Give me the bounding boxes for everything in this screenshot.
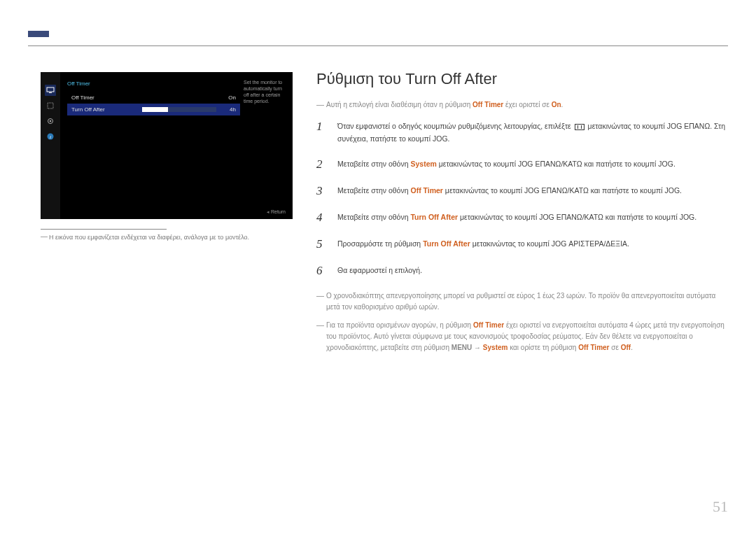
step-3: 3 Μεταβείτε στην οθόνη Off Timer μετακιν… bbox=[316, 184, 728, 198]
osd-row-label: Off Timer bbox=[71, 94, 138, 101]
osd-description: Set the monitor to automatically turn of… bbox=[244, 79, 288, 104]
osd-title: Off Timer bbox=[67, 80, 90, 87]
page-number: 51 bbox=[713, 498, 728, 516]
footnote-1: Ο χρονοδιακόπτης απενεργοποίησης μπορεί … bbox=[316, 290, 728, 313]
svg-rect-2 bbox=[48, 103, 53, 108]
osd-sidebar: i bbox=[41, 72, 60, 219]
osd-row-label: Turn Off After bbox=[71, 106, 138, 113]
info-icon: i bbox=[45, 131, 56, 142]
step-4: 4 Μεταβείτε στην οθόνη Turn Off After με… bbox=[316, 211, 728, 225]
availability-note: Αυτή η επιλογή είναι διαθέσιμη όταν η ρύ… bbox=[316, 101, 728, 108]
screenshot-caption: Η εικόνα που εμφανίζεται ενδέχεται να δι… bbox=[41, 234, 293, 241]
osd-row-value: 4h bbox=[220, 106, 236, 113]
main-content: Ρύθμιση του Turn Off After Αυτή η επιλογ… bbox=[316, 70, 728, 360]
svg-rect-1 bbox=[49, 92, 52, 93]
page-title: Ρύθμιση του Turn Off After bbox=[316, 70, 728, 88]
steps-list: 1 Όταν εμφανιστεί ο οδηγός κουμπιών ρυθμ… bbox=[316, 120, 728, 278]
osd-row-turn-off-after: Turn Off After 4h bbox=[67, 104, 240, 115]
step-6: 6 Θα εφαρμοστεί η επιλογή. bbox=[316, 264, 728, 278]
header-rule bbox=[28, 45, 728, 46]
caption-rule bbox=[41, 229, 167, 230]
footnote-2: Για τα προϊόντα ορισμένων αγορών, η ρύθμ… bbox=[316, 320, 728, 353]
menu-icon bbox=[575, 124, 584, 130]
svg-rect-0 bbox=[47, 87, 54, 92]
square-icon bbox=[45, 100, 56, 111]
osd-screenshot-block: i Off Timer Off Timer On Turn Off After … bbox=[41, 72, 293, 241]
svg-text:i: i bbox=[50, 134, 51, 140]
osd-row-off-timer: Off Timer On bbox=[67, 92, 240, 104]
gear-icon bbox=[45, 115, 56, 127]
section-marker bbox=[28, 31, 49, 37]
svg-point-4 bbox=[50, 120, 52, 122]
step-5: 5 Προσαρμόστε τη ρύθμιση Turn Off After … bbox=[316, 237, 728, 251]
osd-screenshot: i Off Timer Off Timer On Turn Off After … bbox=[41, 72, 293, 219]
osd-row-value: On bbox=[220, 94, 236, 101]
monitor-icon bbox=[45, 85, 56, 96]
osd-slider bbox=[142, 107, 216, 112]
step-2: 2 Μεταβείτε στην οθόνη System μετακινώντ… bbox=[316, 157, 728, 171]
footnotes: Ο χρονοδιακόπτης απενεργοποίησης μπορεί … bbox=[316, 290, 728, 353]
osd-return: Return bbox=[267, 209, 286, 215]
step-1: 1 Όταν εμφανιστεί ο οδηγός κουμπιών ρυθμ… bbox=[316, 120, 728, 145]
